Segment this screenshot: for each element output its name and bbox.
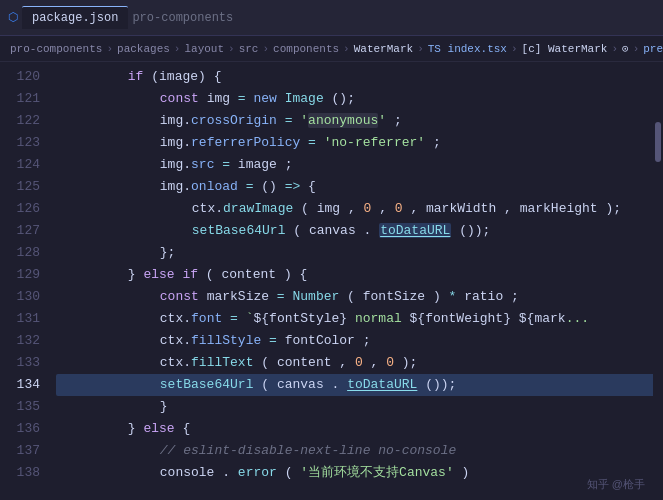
breadcrumb-part: packages	[117, 43, 170, 55]
breadcrumb-part: components	[273, 43, 339, 55]
breadcrumb-bar: pro-components › packages › layout › src…	[0, 36, 663, 62]
tab-bar: ⬡ package.json pro-components	[0, 0, 663, 36]
code-line-124: img.src = image ;	[56, 154, 655, 176]
code-line-122: img.crossOrigin = 'anonymous' ;	[56, 110, 655, 132]
breadcrumb-part: TS index.tsx	[428, 43, 507, 55]
code-line-137: // eslint-disable-next-line no-console	[56, 440, 655, 462]
code-line-126: ctx.drawImage ( img , 0 , 0 , markWidth …	[56, 198, 655, 220]
line-numbers: 120 121 122 123 124 125 126 127 128 129 …	[0, 66, 48, 496]
editor-root: ⬡ package.json pro-components pro-compon…	[0, 0, 663, 500]
code-line-131: ctx.font = `${fontStyle} normal ${fontWe…	[56, 308, 655, 330]
code-lines: if (image) { const img = new Image ();	[48, 66, 663, 496]
code-line-133: ctx.fillText ( content , 0 , 0 );	[56, 352, 655, 374]
breadcrumb-part: layout	[184, 43, 224, 55]
code-line-127: setBase64Url ( canvas . toDataURL ());	[56, 220, 655, 242]
code-line-130: const markSize = Number ( fontSize ) * r…	[56, 286, 655, 308]
breadcrumb-part: [c] WaterMark	[522, 43, 608, 55]
scrollbar-thumb[interactable]	[655, 122, 661, 162]
code-line-138: console . error ( '当前环境不支持Canvas' )	[56, 462, 655, 484]
breadcrumb-part: src	[239, 43, 259, 55]
code-line-134: setBase64Url ( canvas . toDataURL ());	[56, 374, 655, 396]
breadcrumb-part: pro-components	[10, 43, 102, 55]
code-line-129: } else if ( content ) {	[56, 264, 655, 286]
code-line-128: };	[56, 242, 655, 264]
editor-container: 120 121 122 123 124 125 126 127 128 129 …	[0, 62, 663, 500]
anonymous-highlight: anonymous	[308, 113, 378, 128]
code-line-132: ctx.fillStyle = fontColor ;	[56, 330, 655, 352]
code-line-135: }	[56, 396, 655, 418]
tab-filename[interactable]: package.json	[22, 6, 128, 29]
code-line-123: img.referrerPolicy = 'no-referrer' ;	[56, 132, 655, 154]
breadcrumb-part: ⊙	[622, 42, 629, 55]
code-view: 120 121 122 123 124 125 126 127 128 129 …	[0, 62, 663, 500]
breadcrumb-part: prefixCls	[643, 43, 663, 55]
code-line-125: img.onload = () => {	[56, 176, 655, 198]
breadcrumb-part breadcrumb-highlight: WaterMark	[354, 43, 413, 55]
code-line-121: const img = new Image ();	[56, 88, 655, 110]
tab-icon: ⬡	[8, 10, 18, 25]
code-line-120: if (image) {	[56, 66, 655, 88]
watermark: 知乎 @枪手	[587, 477, 645, 492]
scrollbar[interactable]	[653, 62, 663, 500]
code-line-136: } else {	[56, 418, 655, 440]
